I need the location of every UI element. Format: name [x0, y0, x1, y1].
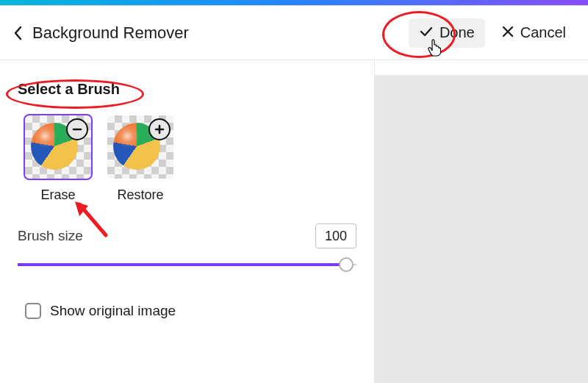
check-icon — [419, 24, 434, 42]
main-area: Select a Brush Erase Restore — [0, 60, 588, 383]
done-button[interactable]: Done — [409, 18, 485, 48]
close-icon — [501, 25, 514, 41]
select-brush-title: Select a Brush — [18, 81, 120, 98]
show-original-checkbox[interactable] — [25, 303, 41, 319]
header-left: Background Remover — [12, 24, 189, 43]
slider-thumb[interactable] — [339, 257, 354, 272]
brush-option-erase: Erase — [25, 115, 91, 203]
brush-size-row: Brush size 100 — [18, 223, 356, 248]
page-title: Background Remover — [32, 24, 189, 43]
erase-label: Erase — [40, 187, 75, 203]
canvas-area[interactable] — [375, 75, 588, 383]
plus-icon — [148, 118, 171, 140]
brush-size-slider[interactable] — [18, 256, 356, 273]
restore-thumb[interactable] — [107, 115, 173, 179]
header-bar: Background Remover Done Cancel — [0, 6, 588, 60]
brush-option-restore: Restore — [107, 115, 173, 203]
slider-fill — [18, 263, 346, 266]
window-top-strip — [0, 0, 588, 6]
restore-label: Restore — [117, 187, 163, 203]
left-panel: Select a Brush Erase Restore — [0, 60, 375, 383]
cancel-label: Cancel — [520, 24, 566, 41]
show-original-row[interactable]: Show original image — [25, 303, 356, 319]
minus-icon — [66, 118, 88, 140]
show-original-label: Show original image — [50, 303, 176, 319]
brush-options: Erase Restore — [25, 115, 356, 203]
erase-thumb[interactable] — [25, 115, 91, 179]
brush-size-label: Brush size — [18, 228, 83, 244]
brush-size-value[interactable]: 100 — [315, 223, 356, 248]
header-right: Done Cancel — [409, 18, 576, 48]
cancel-button[interactable]: Cancel — [491, 18, 576, 47]
back-icon[interactable] — [12, 25, 25, 41]
done-label: Done — [440, 24, 475, 41]
